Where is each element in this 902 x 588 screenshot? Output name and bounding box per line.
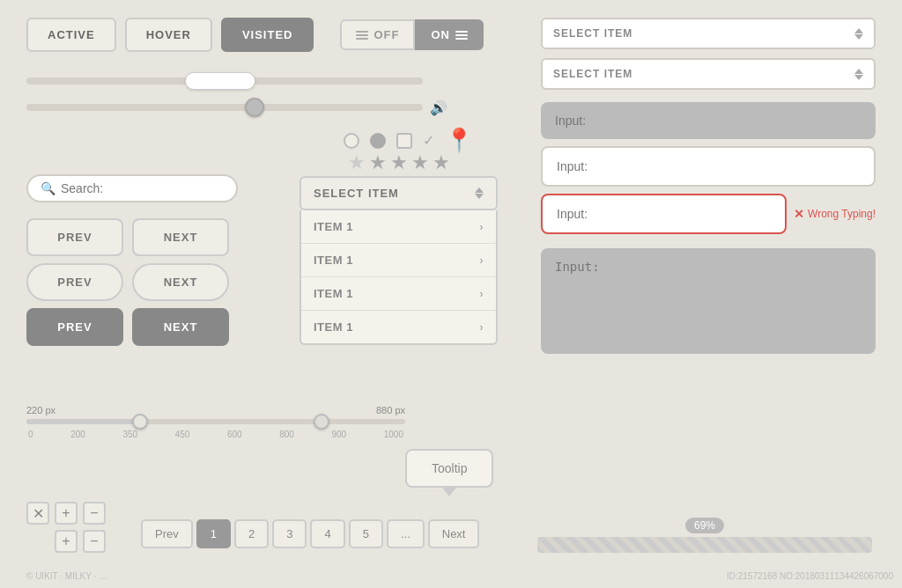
visited-button[interactable]: VISITED bbox=[221, 18, 314, 52]
prev-button-2[interactable]: PREV bbox=[26, 263, 123, 301]
range-thumb-left[interactable] bbox=[132, 414, 148, 430]
star-5[interactable]: ★ bbox=[433, 151, 450, 174]
star-1[interactable]: ★ bbox=[348, 151, 366, 174]
page-btn-1[interactable]: 1 bbox=[196, 519, 231, 548]
zoom-controls: ✕ + − + − bbox=[26, 502, 106, 553]
select-arrows-2 bbox=[854, 69, 863, 80]
page-btn-2[interactable]: 2 bbox=[234, 519, 269, 548]
next-button-3[interactable]: NEXT bbox=[132, 308, 229, 346]
toggle-off[interactable]: OFF bbox=[340, 19, 415, 50]
pagination: Prev 1 2 3 4 5 ... Next bbox=[141, 519, 479, 548]
arrow-down-1 bbox=[854, 34, 863, 40]
star-4[interactable]: ★ bbox=[411, 151, 429, 174]
zoom-minus-btn-1[interactable]: − bbox=[83, 502, 106, 525]
hamburger-icon-on bbox=[455, 31, 468, 40]
slider-thumb-round[interactable] bbox=[245, 98, 264, 117]
prev-page-btn[interactable]: Prev bbox=[141, 519, 193, 548]
hamburger-icon-off bbox=[356, 31, 368, 40]
tooltip-arrow bbox=[442, 488, 456, 496]
range-slider-section: 220 px 880 px 0 200 350 450 600 800 900 … bbox=[26, 405, 405, 439]
range-fill bbox=[26, 419, 140, 424]
select-row-2: SELECT ITEM bbox=[541, 58, 876, 90]
select-dropdown-label-2: SELECT ITEM bbox=[553, 68, 632, 80]
radio-unchecked-1[interactable] bbox=[344, 133, 359, 149]
select-arrows-1 bbox=[854, 28, 863, 40]
tooltip-button[interactable]: Tooltip bbox=[405, 449, 493, 488]
hover-button[interactable]: HOVER bbox=[125, 18, 212, 52]
dropdown-item-2[interactable]: ITEM 1 › bbox=[301, 244, 496, 277]
star-3[interactable]: ★ bbox=[390, 151, 408, 174]
range-track[interactable] bbox=[26, 419, 405, 424]
select-row-1: SELECT ITEM bbox=[541, 18, 876, 49]
dropdown-item-3[interactable]: ITEM 1 › bbox=[301, 277, 496, 311]
dropdown-list: ITEM 1 › ITEM 1 › ITEM 1 › ITEM 1 › bbox=[299, 210, 498, 345]
toggle-on[interactable]: ON bbox=[415, 19, 484, 50]
chevron-right-icon-1: › bbox=[480, 221, 484, 233]
search-input[interactable] bbox=[61, 181, 219, 195]
error-message: ✕ Wrong Typing! bbox=[794, 207, 876, 221]
page-ellipsis[interactable]: ... bbox=[387, 519, 425, 548]
dropdown-item-1[interactable]: ITEM 1 › bbox=[301, 210, 496, 244]
arrow-down-icon bbox=[475, 194, 484, 199]
dropdown-item-4[interactable]: ITEM 1 › bbox=[301, 311, 496, 343]
slider-thumb-wide[interactable] bbox=[185, 72, 255, 90]
arrow-up-2 bbox=[854, 69, 863, 74]
range-label-left: 220 px bbox=[26, 405, 55, 415]
search-icon: 🔍 bbox=[41, 181, 55, 195]
slider-track-1[interactable] bbox=[26, 77, 423, 85]
slider-track-2[interactable]: 🔊 bbox=[26, 104, 423, 111]
select-box[interactable]: SELECT ITEM bbox=[299, 176, 498, 210]
range-thumb-right[interactable] bbox=[314, 414, 329, 430]
prev-button-1[interactable]: PREV bbox=[26, 218, 123, 256]
next-button-2[interactable]: NEXT bbox=[132, 263, 229, 301]
volume-icon: 🔊 bbox=[430, 99, 447, 116]
select-label: SELECT ITEM bbox=[314, 187, 399, 200]
select-dropdown-2[interactable]: SELECT ITEM bbox=[541, 58, 876, 90]
radio-checked[interactable] bbox=[370, 133, 386, 149]
chevron-right-icon-3: › bbox=[480, 288, 484, 300]
chevron-right-icon-4: › bbox=[480, 321, 484, 334]
star-2[interactable]: ★ bbox=[369, 151, 387, 174]
input-field-3[interactable] bbox=[541, 194, 787, 234]
prev-button-3[interactable]: PREV bbox=[26, 308, 123, 346]
chevron-right-icon-2: › bbox=[480, 254, 484, 267]
select-arrows bbox=[475, 187, 484, 199]
zoom-plus-btn-1[interactable]: + bbox=[55, 502, 78, 525]
striped-progress-section: 69% bbox=[537, 518, 872, 553]
watermark: ID:21572168 NO:20180311134426067000 bbox=[727, 571, 893, 581]
right-panel: SELECT ITEM SELECT ITEM ✕ bbox=[541, 18, 876, 357]
input-error-row: ✕ Wrong Typing! bbox=[541, 194, 876, 234]
arrow-up-1 bbox=[854, 28, 863, 33]
textarea-field[interactable] bbox=[541, 248, 876, 354]
range-label-right: 880 px bbox=[376, 405, 405, 415]
arrow-up-icon bbox=[475, 187, 484, 193]
checkbox-checked[interactable]: ✓ bbox=[423, 132, 434, 149]
zoom-close-btn[interactable]: ✕ bbox=[26, 502, 49, 525]
active-button[interactable]: ACTIVE bbox=[26, 18, 116, 52]
next-page-btn[interactable]: Next bbox=[428, 519, 480, 548]
striped-track bbox=[537, 537, 872, 553]
arrow-down-2 bbox=[854, 75, 863, 80]
page-btn-5[interactable]: 5 bbox=[349, 519, 383, 548]
page-btn-4[interactable]: 4 bbox=[310, 519, 344, 548]
next-button-1[interactable]: NEXT bbox=[132, 218, 229, 256]
pin-icon: 📍 bbox=[445, 127, 473, 154]
logo-bottom: © UIKIT · MILKY · … bbox=[26, 571, 107, 581]
input-field-1[interactable] bbox=[541, 102, 876, 139]
range-ticks: 0 200 350 450 600 800 900 1000 bbox=[26, 430, 405, 439]
input-field-2[interactable] bbox=[541, 146, 876, 187]
page-btn-3[interactable]: 3 bbox=[272, 519, 307, 548]
select-dropdown-1[interactable]: SELECT ITEM bbox=[541, 18, 876, 49]
dropdown-section: SELECT ITEM ITEM 1 › ITEM 1 › ITEM 1 › I… bbox=[299, 176, 498, 345]
checkbox-unchecked[interactable] bbox=[396, 133, 412, 149]
error-x-icon: ✕ bbox=[794, 207, 804, 221]
progress-percent: 69% bbox=[685, 518, 724, 533]
zoom-plus-btn-2[interactable]: + bbox=[55, 530, 78, 553]
tooltip-section: Tooltip bbox=[405, 449, 493, 488]
search-box: 🔍 bbox=[26, 174, 238, 202]
select-dropdown-label-1: SELECT ITEM bbox=[553, 27, 632, 40]
zoom-minus-btn-2[interactable]: − bbox=[83, 530, 106, 553]
